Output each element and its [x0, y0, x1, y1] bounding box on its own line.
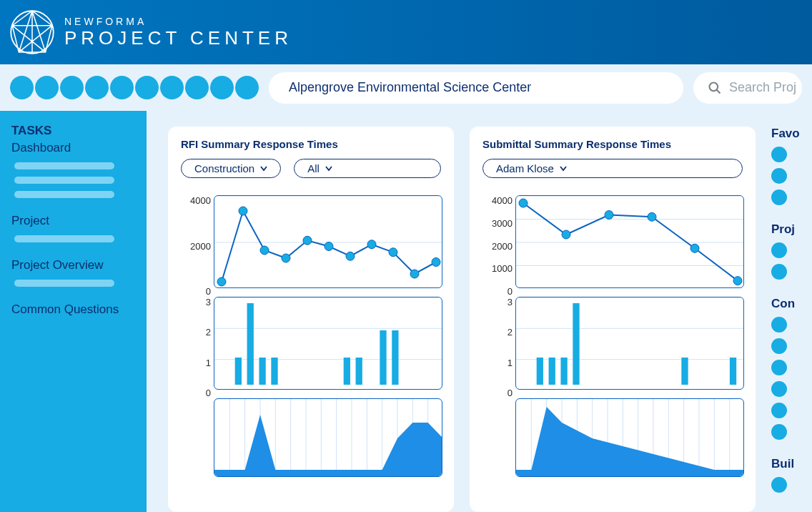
chevron-down-icon	[325, 166, 332, 172]
sidebar-placeholder	[14, 280, 114, 287]
svg-point-8	[260, 246, 269, 255]
svg-rect-23	[259, 358, 265, 385]
rail-dot[interactable]	[771, 424, 787, 440]
rail-heading: Buil	[771, 457, 811, 471]
rail-dot[interactable]	[771, 317, 787, 333]
svg-rect-59	[537, 358, 543, 385]
svg-point-12	[346, 252, 355, 260]
svg-rect-27	[380, 330, 386, 385]
svg-point-16	[432, 258, 440, 267]
sidebar-item-dashboard[interactable]: Dashboard	[11, 141, 135, 155]
shortcut-dot[interactable]	[185, 76, 209, 99]
svg-rect-24	[271, 358, 277, 385]
svg-rect-64	[730, 358, 736, 385]
shortcut-dot[interactable]	[235, 76, 259, 99]
shortcut-dot[interactable]	[135, 76, 159, 99]
svg-point-7	[239, 207, 247, 215]
brand-company: NEWFORMA	[64, 16, 292, 27]
svg-point-10	[303, 236, 312, 245]
search-input[interactable]: Search Proj	[693, 72, 802, 104]
project-selector[interactable]: Alpengrove Environmental Science Center	[269, 72, 683, 104]
svg-point-49	[519, 199, 528, 207]
chevron-down-icon	[260, 166, 267, 172]
shortcut-dot[interactable]	[85, 76, 109, 99]
sidebar-placeholder	[14, 191, 114, 198]
submittal-bar-chart	[515, 297, 744, 390]
sidebar-heading-tasks: TASKS	[11, 124, 135, 138]
rail-dot[interactable]	[771, 403, 787, 418]
shortcut-dot[interactable]	[35, 76, 59, 99]
rail-heading: Favo	[771, 127, 811, 141]
rfi-dropdown-filter[interactable]: All	[294, 159, 441, 178]
svg-rect-61	[560, 358, 567, 385]
submittal-line-chart	[515, 195, 744, 288]
svg-point-52	[648, 212, 656, 221]
svg-point-11	[325, 242, 333, 251]
rail-dot[interactable]	[771, 189, 787, 205]
svg-point-50	[562, 230, 570, 239]
sidebar-item-questions[interactable]: Common Questions	[11, 302, 135, 317]
rfi-card: RFI Summary Response Times Construction …	[168, 127, 454, 512]
submittal-line-y-axis: 40003000200010000	[482, 195, 513, 297]
sidebar-placeholder	[14, 162, 114, 169]
shortcut-dot[interactable]	[60, 76, 84, 99]
search-placeholder: Search Proj	[729, 80, 796, 95]
submittal-dropdown-person[interactable]: Adam Klose	[482, 159, 743, 178]
main-area: TASKS Dashboard Project Project Overview…	[0, 111, 812, 512]
svg-rect-25	[344, 358, 350, 385]
svg-rect-62	[573, 303, 579, 385]
brand-product: PROJECT CENTER	[64, 27, 292, 49]
rfi-line-y-axis: 400020000	[181, 195, 211, 297]
svg-rect-60	[549, 358, 555, 385]
shortcut-dot[interactable]	[160, 76, 184, 99]
sidebar: TASKS Dashboard Project Project Overview…	[0, 111, 147, 512]
rail-dot[interactable]	[771, 147, 787, 162]
submittal-card-title: Submittal Summary Response Times	[482, 138, 743, 150]
svg-point-54	[733, 277, 742, 285]
rail-heading: Con	[771, 297, 811, 311]
app-header: NEWFORMA PROJECT CENTER	[0, 0, 812, 64]
sidebar-item-project[interactable]: Project	[11, 214, 135, 228]
submittal-bar-y-axis: 3210	[482, 297, 513, 398]
rail-dot[interactable]	[771, 381, 787, 397]
rail-dot[interactable]	[771, 264, 787, 280]
chevron-down-icon	[560, 166, 567, 172]
sidebar-item-overview[interactable]: Project Overview	[11, 258, 135, 272]
rfi-bar-y-axis: 3210	[181, 297, 211, 398]
project-name: Alpengrove Environmental Science Center	[289, 80, 531, 95]
newforma-logo-icon	[10, 10, 54, 54]
rfi-dropdown-phase[interactable]: Construction	[181, 159, 281, 178]
sidebar-placeholder	[14, 235, 114, 242]
svg-point-15	[410, 270, 419, 278]
svg-point-6	[217, 277, 226, 286]
svg-point-13	[367, 240, 376, 249]
dashboard-content: RFI Summary Response Times Construction …	[147, 111, 812, 512]
svg-point-1	[710, 82, 718, 91]
svg-rect-21	[235, 358, 242, 385]
top-bar: Alpengrove Environmental Science Center …	[0, 64, 812, 111]
brand-text: NEWFORMA PROJECT CENTER	[64, 16, 292, 49]
rail-dot[interactable]	[771, 338, 787, 354]
shortcut-dot[interactable]	[110, 76, 134, 99]
svg-rect-63	[681, 358, 688, 385]
svg-point-53	[690, 244, 699, 252]
rfi-bar-chart	[214, 297, 442, 390]
svg-rect-26	[356, 358, 362, 385]
rail-heading: Proj	[771, 222, 811, 237]
search-icon	[708, 81, 722, 95]
rail-dot[interactable]	[771, 168, 787, 184]
right-rail: FavoProjConBuil	[771, 127, 811, 512]
rfi-line-chart	[214, 195, 442, 288]
rail-dot[interactable]	[771, 242, 787, 258]
submittal-card: Submittal Summary Response Times Adam Kl…	[470, 127, 756, 512]
shortcut-dot[interactable]	[10, 76, 34, 99]
sidebar-placeholder	[14, 177, 114, 184]
svg-rect-28	[392, 330, 398, 385]
shortcut-dot[interactable]	[210, 76, 234, 99]
submittal-area-chart	[515, 398, 744, 477]
svg-line-2	[717, 89, 721, 93]
rail-dot[interactable]	[771, 477, 787, 493]
rfi-card-title: RFI Summary Response Times	[181, 138, 441, 150]
rail-dot[interactable]	[771, 360, 787, 375]
svg-point-51	[605, 211, 613, 220]
